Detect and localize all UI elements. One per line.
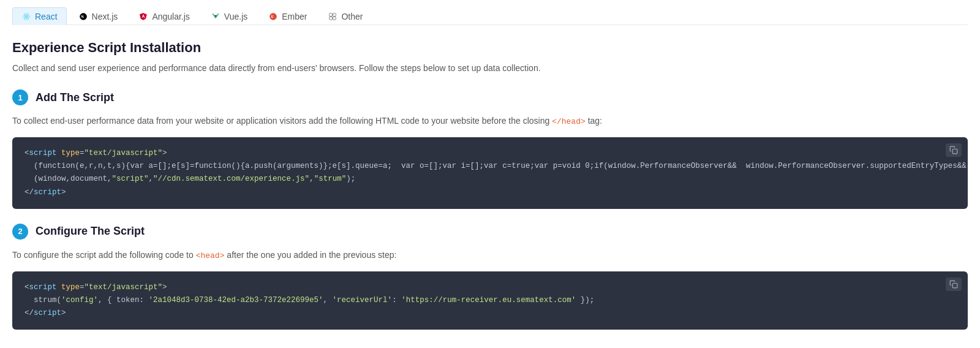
step-2-description: To configure the script add the followin… bbox=[12, 248, 968, 263]
angular-icon bbox=[138, 12, 148, 21]
ember-icon: E bbox=[268, 12, 278, 21]
tab-vue-label: Vue.js bbox=[224, 12, 247, 21]
page-description: Collect and send user experience and per… bbox=[12, 62, 968, 75]
tab-ember-label: Ember bbox=[282, 12, 307, 21]
step-2-title: Configure The Script bbox=[36, 225, 145, 238]
step-1-header: 1 Add The Script bbox=[12, 89, 968, 105]
tab-angular[interactable]: Angular.js bbox=[129, 7, 198, 25]
tab-bar: React N Next.js Angular.js bbox=[12, 7, 968, 25]
tab-other[interactable]: Other bbox=[318, 7, 372, 25]
svg-point-0 bbox=[26, 16, 28, 18]
step-1-desc-before: To collect end-user performance data fro… bbox=[12, 116, 549, 126]
step-1-number: 1 bbox=[12, 89, 28, 105]
page-title: Experience Script Installation bbox=[12, 40, 968, 56]
step-1-code-tag: </head> bbox=[552, 117, 586, 126]
svg-text:E: E bbox=[271, 15, 274, 18]
step-1-copy-button[interactable] bbox=[946, 143, 962, 157]
step-2-number: 2 bbox=[12, 224, 28, 240]
tab-vue[interactable]: Vue.js bbox=[202, 7, 257, 25]
step-2-desc-before: To configure the script add the followin… bbox=[12, 250, 194, 260]
svg-rect-18 bbox=[952, 149, 957, 154]
svg-rect-15 bbox=[333, 13, 336, 17]
step-2: 2 Configure The Script To configure the … bbox=[12, 224, 968, 330]
step-2-copy-button[interactable] bbox=[946, 278, 962, 291]
step-1-code: <script type="text/javascript"> (functio… bbox=[12, 137, 968, 209]
tab-ember[interactable]: E Ember bbox=[259, 7, 316, 25]
svg-text:N: N bbox=[81, 15, 83, 18]
svg-rect-19 bbox=[952, 283, 957, 288]
step-1-code-block-wrapper: <script type="text/javascript"> (functio… bbox=[12, 137, 968, 209]
other-icon bbox=[328, 12, 337, 21]
tab-nextjs-label: Next.js bbox=[92, 12, 118, 21]
step-1-description: To collect end-user performance data fro… bbox=[12, 114, 968, 129]
tab-react-label: React bbox=[35, 12, 58, 21]
tab-angular-label: Angular.js bbox=[152, 12, 189, 21]
vue-icon bbox=[211, 12, 221, 21]
svg-rect-14 bbox=[330, 13, 333, 17]
step-2-code-block-wrapper: <script type="text/javascript"> strum('c… bbox=[12, 271, 968, 330]
step-1-title: Add The Script bbox=[36, 91, 114, 104]
tab-other-label: Other bbox=[341, 12, 363, 21]
react-icon bbox=[21, 12, 31, 21]
tab-nextjs[interactable]: N Next.js bbox=[69, 7, 127, 25]
step-1-desc-after: tag: bbox=[588, 116, 602, 126]
step-2-code: <script type="text/javascript"> strum('c… bbox=[12, 271, 968, 330]
tab-react[interactable]: React bbox=[12, 7, 67, 25]
step-1: 1 Add The Script To collect end-user per… bbox=[12, 89, 968, 209]
step-2-header: 2 Configure The Script bbox=[12, 224, 968, 240]
svg-rect-16 bbox=[330, 17, 333, 20]
nextjs-icon: N bbox=[78, 12, 88, 21]
svg-rect-17 bbox=[333, 17, 336, 20]
step-2-code-tag: <head> bbox=[196, 251, 225, 260]
step-2-desc-after: after the one you added in the previous … bbox=[227, 250, 396, 260]
